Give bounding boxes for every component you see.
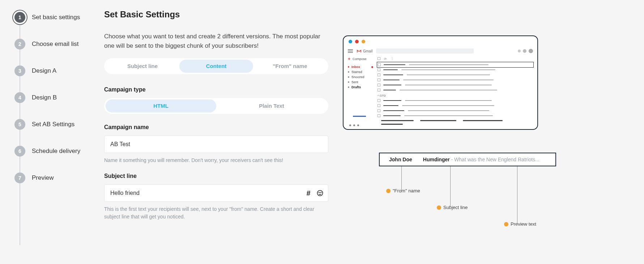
hashtag-icon[interactable]: # xyxy=(304,189,312,197)
preview-text: - What was the New Englend Ratriots... xyxy=(450,157,539,162)
step-label: Preview xyxy=(32,174,54,182)
pin-icon xyxy=(504,222,508,226)
list-item xyxy=(378,67,533,72)
preview-subject: Humdinger xyxy=(423,157,450,162)
window-dot-icon xyxy=(349,40,352,43)
test-type-toggle: Subject line Content "From" name xyxy=(104,58,328,74)
step-number: 7 xyxy=(14,173,25,183)
highlighted-email-row: John Doe Humdinger - What was the New En… xyxy=(379,153,556,166)
campaign-name-input[interactable] xyxy=(104,136,328,153)
step-label: Design B xyxy=(32,94,57,102)
window-dot-icon xyxy=(355,40,359,43)
menu-icon xyxy=(348,49,353,53)
step-6[interactable]: 6 Schedule delivery xyxy=(14,143,90,159)
subject-line-label: Subject line xyxy=(104,173,328,179)
page-title: Set Basic Settings xyxy=(104,9,328,20)
option-from-name[interactable]: "From" name xyxy=(253,60,327,73)
step-label: Set AB Settings xyxy=(32,120,74,128)
plus-icon: + xyxy=(348,56,350,61)
sidebar-item-snoozed: Snoozed xyxy=(348,74,373,80)
search-placeholder xyxy=(376,48,474,54)
callout-line xyxy=(450,166,451,207)
pin-icon xyxy=(437,205,441,210)
step-label: Design A xyxy=(32,67,56,75)
step-label: Choose email list xyxy=(32,40,78,48)
wizard-stepper: 1 Set basic settings 2 Choose email list… xyxy=(14,9,90,264)
option-subject-line[interactable]: Subject line xyxy=(106,60,179,73)
window-controls xyxy=(344,36,537,47)
compose-button: + Compose xyxy=(348,56,373,61)
step-2[interactable]: 2 Choose email list xyxy=(14,36,90,52)
mock-email-client: Gmail + Compose Inbox Starred xyxy=(343,35,538,130)
step-number: 5 xyxy=(14,119,25,130)
callout-preview-text: Preview text xyxy=(504,221,536,227)
gmail-sidebar: + Compose Inbox Starred Snoozed Sent Dra… xyxy=(348,56,373,125)
list-item xyxy=(378,113,533,118)
callout-line xyxy=(401,166,402,190)
callout-subject-line: Subject line xyxy=(437,205,468,210)
step-7[interactable]: 7 Preview xyxy=(14,170,90,186)
sidebar-item-sent: Sent xyxy=(348,80,373,85)
step-3[interactable]: 3 Design A xyxy=(14,63,90,79)
section-gtd: ^ GTD xyxy=(378,93,533,98)
inbox-preview: Gmail + Compose Inbox Starred xyxy=(343,9,630,264)
more-icon xyxy=(349,124,359,126)
list-item xyxy=(378,88,533,93)
step-number: 2 xyxy=(14,39,25,50)
intro-text: Choose what you want to test and create … xyxy=(104,32,328,50)
step-label: Set basic settings xyxy=(32,13,80,21)
window-dot-icon xyxy=(362,40,365,43)
stepper-connector xyxy=(20,21,20,245)
step-5[interactable]: 5 Set AB Settings xyxy=(14,116,90,132)
step-4[interactable]: 4 Design B xyxy=(14,90,90,106)
list-item xyxy=(378,98,533,103)
list-item xyxy=(378,103,533,108)
svg-point-1 xyxy=(319,192,320,193)
subject-line-help: This is the first text your recipients w… xyxy=(104,205,328,221)
option-content[interactable]: Content xyxy=(179,60,253,73)
step-number: 4 xyxy=(14,92,25,103)
sidebar-item-drafts: Drafts xyxy=(348,85,373,90)
campaign-name-label: Campaign name xyxy=(104,124,328,131)
list-item xyxy=(378,108,533,113)
step-1[interactable]: 1 Set basic settings xyxy=(14,9,90,25)
svg-point-0 xyxy=(317,191,323,196)
account-icons xyxy=(518,49,533,53)
option-plain-text[interactable]: Plain Text xyxy=(216,99,327,112)
settings-form: Set Basic Settings Choose what you want … xyxy=(104,9,328,264)
step-number: 3 xyxy=(14,65,25,76)
callout-from-name: "From" name xyxy=(386,188,420,193)
callout-line xyxy=(517,166,517,223)
list-item xyxy=(378,77,533,82)
list-item xyxy=(378,72,533,77)
sidebar-item-inbox: Inbox xyxy=(348,64,373,69)
campaign-name-help: Name it something you will remember. Don… xyxy=(104,157,328,164)
email-list: ⟳⋮ ^ GTD xyxy=(378,56,533,125)
svg-point-2 xyxy=(321,192,321,193)
step-label: Schedule delivery xyxy=(32,147,80,155)
gmail-logo: Gmail xyxy=(357,49,372,53)
campaign-type-label: Campaign type xyxy=(104,86,328,93)
subject-line-input[interactable] xyxy=(104,184,328,202)
sidebar-item-starred: Starred xyxy=(348,69,373,74)
pin-icon xyxy=(386,189,391,193)
preview-from-name: John Doe xyxy=(389,157,412,162)
underline-accent xyxy=(353,116,366,117)
list-item xyxy=(378,82,533,88)
campaign-type-toggle: HTML Plain Text xyxy=(104,98,328,114)
step-number: 1 xyxy=(14,12,25,23)
step-number: 6 xyxy=(14,146,25,157)
emoji-icon[interactable] xyxy=(316,189,324,197)
option-html[interactable]: HTML xyxy=(106,99,216,112)
list-item xyxy=(377,62,534,68)
